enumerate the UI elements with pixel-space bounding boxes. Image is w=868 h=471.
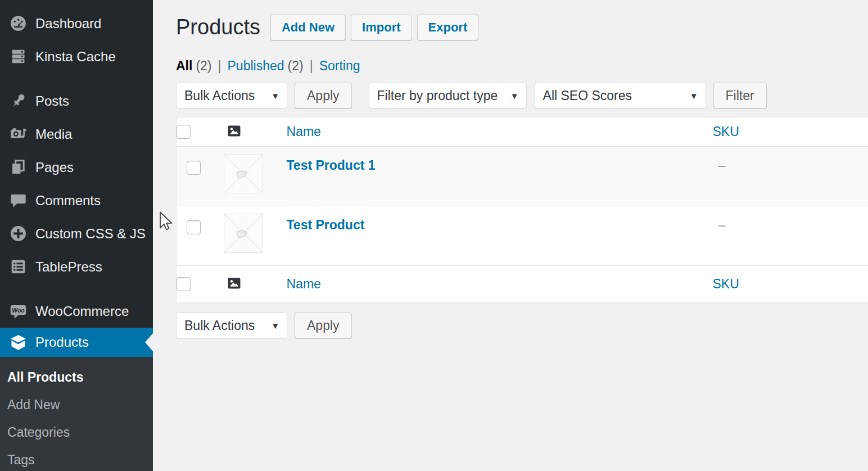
seo-scores-filter-select[interactable]: All SEO Scores ▼	[535, 83, 706, 108]
view-all-count: (2)	[196, 58, 211, 74]
caret-down-icon: ▼	[690, 91, 698, 101]
product-thumbnail-placeholder[interactable]	[224, 154, 263, 193]
seo-scores-filter-value: All SEO Scores	[543, 88, 632, 103]
top-toolbar: Bulk Actions ▼ Apply Filter by product t…	[176, 83, 868, 108]
page-header: Products Add New Import Export	[176, 15, 868, 40]
bulk-actions-value: Bulk Actions	[184, 318, 255, 333]
products-submenu: All Products Add New Categories Tags	[0, 357, 153, 471]
pages-icon	[8, 157, 28, 178]
filter-button[interactable]: Filter	[713, 83, 767, 108]
admin-menu: Dashboard Kinsta Cache Posts Media	[0, 0, 153, 471]
row-checkbox[interactable]	[187, 220, 201, 234]
submenu-item-categories[interactable]: Categories	[0, 419, 153, 446]
table-list-icon	[8, 257, 28, 277]
import-button[interactable]: Import	[351, 15, 412, 40]
products-table: Name SKU Test Product 1 –	[176, 117, 868, 303]
sidebar-item-label: Dashboard	[35, 16, 101, 31]
main-content: Products Add New Import Export All (2) |…	[153, 0, 868, 471]
export-button[interactable]: Export	[417, 15, 479, 40]
product-type-filter-select[interactable]: Filter by product type ▼	[369, 83, 527, 108]
bottom-toolbar: Bulk Actions ▼ Apply	[176, 313, 868, 338]
bulk-actions-select[interactable]: Bulk Actions ▼	[176, 83, 287, 108]
sidebar-item-custom-css-js[interactable]: Custom CSS & JS	[0, 217, 153, 250]
apply-button-bottom[interactable]: Apply	[295, 313, 352, 338]
pushpin-icon	[8, 91, 28, 111]
add-new-button[interactable]: Add New	[270, 15, 346, 40]
product-thumbnail-placeholder[interactable]	[224, 214, 263, 253]
submenu-item-add-new[interactable]: Add New	[0, 391, 153, 419]
image-column-icon	[228, 278, 241, 291]
product-name-link[interactable]: Test Product 1	[287, 158, 376, 173]
sidebar-item-woocommerce[interactable]: Woo WooCommerce	[0, 295, 153, 328]
product-sku: –	[713, 206, 868, 266]
sidebar-item-posts[interactable]: Posts	[0, 84, 153, 117]
bulk-actions-value: Bulk Actions	[184, 88, 255, 103]
view-sorting: Sorting	[319, 58, 360, 74]
server-stack-icon	[8, 47, 28, 67]
product-sku: –	[713, 147, 868, 206]
select-all-checkbox[interactable]	[177, 125, 191, 139]
dashboard-icon	[8, 13, 28, 34]
sidebar-item-label: Comments	[35, 193, 101, 209]
sidebar-item-label: TablePress	[35, 259, 102, 275]
table-footer-header-row: Name SKU	[177, 266, 868, 303]
view-filter-list: All (2) | Published (2) | Sorting	[176, 58, 868, 74]
view-all: All (2)	[176, 58, 212, 74]
sort-by-name-link[interactable]: Name	[287, 124, 321, 139]
caret-down-icon: ▼	[271, 321, 279, 330]
woocommerce-bubble-icon: Woo	[8, 301, 28, 321]
sidebar-item-label: Products	[35, 334, 89, 350]
apply-button[interactable]: Apply	[295, 83, 352, 108]
product-type-filter-value: Filter by product type	[377, 88, 498, 103]
sidebar-item-media[interactable]: Media	[0, 117, 153, 151]
sort-by-name-link-footer[interactable]: Name	[287, 277, 321, 291]
image-column-icon	[228, 125, 241, 139]
submenu-item-all-products[interactable]: All Products	[0, 364, 153, 391]
page-title: Products	[176, 15, 260, 40]
sidebar-item-label: Pages	[35, 160, 74, 175]
sidebar-item-tablepress[interactable]: TablePress	[0, 250, 153, 283]
sidebar-item-label: Kinsta Cache	[35, 49, 116, 65]
sidebar-item-products[interactable]: Products	[0, 328, 153, 357]
sort-by-sku-link-footer[interactable]: SKU	[713, 277, 739, 291]
sidebar-item-dashboard[interactable]: Dashboard	[0, 7, 153, 40]
admin-sidebar: Dashboard Kinsta Cache Posts Media	[0, 0, 153, 471]
bulk-actions-select-bottom[interactable]: Bulk Actions ▼	[176, 313, 287, 338]
menu-separator	[0, 283, 153, 295]
view-sorting-link[interactable]: Sorting	[319, 58, 360, 74]
plus-circle-icon	[8, 224, 28, 244]
view-published-count: (2)	[288, 58, 304, 74]
product-name-link[interactable]: Test Product	[287, 218, 365, 232]
menu-separator	[0, 73, 153, 84]
view-separator: |	[218, 58, 221, 74]
submenu-item-tags[interactable]: Tags	[0, 446, 153, 471]
camera-note-icon	[8, 124, 28, 144]
sidebar-item-label: Posts	[35, 93, 69, 109]
caret-down-icon: ▼	[271, 91, 279, 101]
speech-bubble-icon	[8, 191, 28, 211]
table-header-row: Name SKU	[177, 117, 868, 147]
view-separator: |	[310, 58, 313, 74]
svg-text:Woo: Woo	[12, 307, 25, 314]
product-box-icon	[8, 332, 28, 352]
product-row: Test Product –	[177, 206, 868, 266]
sidebar-item-comments[interactable]: Comments	[0, 184, 153, 217]
view-all-link[interactable]: All	[176, 58, 192, 74]
row-checkbox[interactable]	[187, 161, 201, 175]
wordpress-admin: Dashboard Kinsta Cache Posts Media	[0, 0, 868, 471]
product-row: Test Product 1 –	[177, 147, 868, 206]
sort-by-sku-link[interactable]: SKU	[713, 124, 739, 139]
sidebar-item-pages[interactable]: Pages	[0, 151, 153, 184]
sidebar-item-kinsta-cache[interactable]: Kinsta Cache	[0, 40, 153, 73]
sidebar-item-label: WooCommerce	[35, 304, 129, 319]
view-published: Published (2)	[228, 58, 304, 74]
select-all-checkbox-footer[interactable]	[177, 277, 191, 291]
sidebar-item-label: Media	[35, 126, 72, 142]
sidebar-item-label: Custom CSS & JS	[35, 226, 146, 242]
view-published-link[interactable]: Published	[228, 58, 284, 74]
caret-down-icon: ▼	[510, 91, 519, 101]
